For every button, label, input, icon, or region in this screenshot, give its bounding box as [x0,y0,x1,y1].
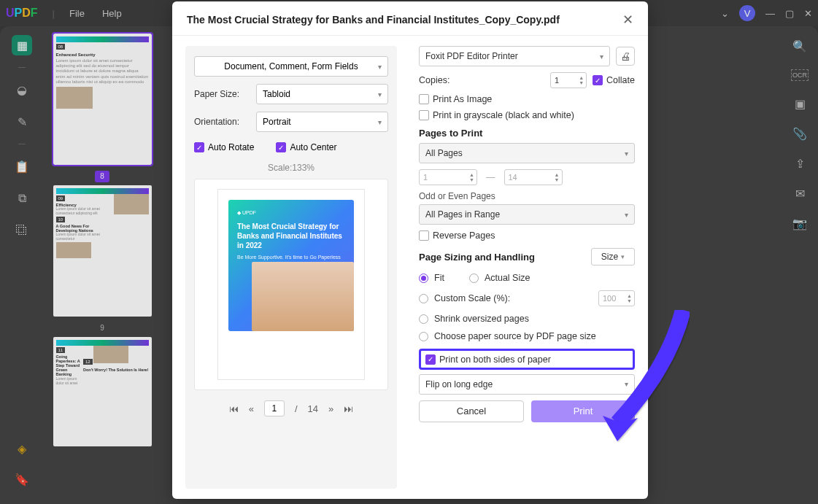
orientation-label: Orientation: [194,117,256,127]
paper-size-label: Paper Size: [194,89,256,99]
choose-source-radio[interactable] [419,332,428,341]
close-icon[interactable]: ✕ [622,12,633,28]
total-pages: 14 [308,403,318,414]
odd-even-dropdown[interactable]: All Pages in Range [419,204,635,225]
dialog-title: The Most Crucial Strategy for Banks and … [187,14,560,26]
last-page-icon[interactable]: ⏭ [344,403,353,414]
page-sizing-header: Page Sizing and Handling [419,252,535,263]
next-page-icon[interactable]: » [328,403,333,414]
print-button[interactable]: Print [531,400,635,422]
both-sides-highlight: ✓Print on both sides of paper [419,349,635,370]
print-as-image-checkbox[interactable]: Print As Image [419,94,492,104]
flip-dropdown[interactable]: Flip on long edge [419,374,635,395]
range-from-input[interactable]: 1▲▼ [419,169,477,185]
printer-properties-icon[interactable]: 🖨 [616,47,635,66]
auto-rotate-checkbox[interactable]: ✓Auto Rotate [194,142,254,152]
print-grayscale-checkbox[interactable]: Print in grayscale (black and white) [419,110,574,120]
reverse-pages-checkbox[interactable]: Reverse Pages [419,230,495,241]
shrink-radio[interactable] [419,314,428,324]
print-preview: ◆ UPDF The Most Crucial Strategy for Ban… [194,179,388,390]
first-page-icon[interactable]: ⏮ [229,403,239,414]
odd-even-label: Odd or Even Pages [419,191,635,201]
custom-scale-input[interactable]: 100▲▼ [598,290,635,306]
actual-size-radio[interactable] [469,274,479,283]
print-dialog: The Most Crucial Strategy for Banks and … [172,1,648,499]
pages-to-print-header: Pages to Print [419,128,635,139]
print-what-dropdown[interactable]: Document, Comment, Form Fields [194,56,388,77]
prev-page-icon[interactable]: « [249,403,254,414]
cancel-button[interactable]: Cancel [419,400,524,422]
page-range-dropdown[interactable]: All Pages [419,143,635,163]
range-to-input[interactable]: 14▲▼ [504,169,563,185]
auto-center-checkbox[interactable]: ✓Auto Center [276,142,336,152]
scale-label: Scale:133% [194,163,388,173]
size-mode-button[interactable]: Size [591,248,635,265]
fit-radio[interactable] [419,274,428,283]
paper-size-dropdown[interactable]: Tabloid [256,84,388,104]
collate-checkbox[interactable]: ✓Collate [593,75,635,85]
preview-pager: ⏮ « / 14 » ⏭ [194,400,388,416]
custom-scale-radio[interactable] [419,294,428,303]
printer-dropdown[interactable]: Foxit PDF Editor Printer [419,46,610,66]
print-right-column: Foxit PDF Editor Printer 🖨 Copies: 1▲▼ ✓… [419,46,635,489]
copies-input[interactable]: 1▲▼ [550,72,587,88]
both-sides-checkbox[interactable]: ✓Print on both sides of paper [425,354,551,365]
current-page-input[interactable] [264,400,285,416]
print-left-column: Document, Comment, Form Fields Paper Siz… [185,46,397,489]
copies-label: Copies: [419,75,449,85]
orientation-dropdown[interactable]: Portrait [256,112,388,132]
